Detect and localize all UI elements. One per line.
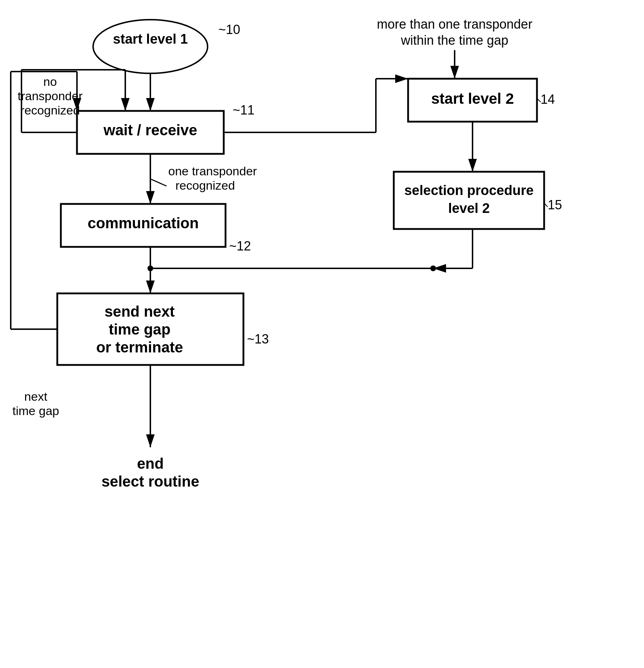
svg-text:start level 1: start level 1 (113, 31, 188, 47)
svg-text:select routine: select routine (101, 473, 199, 490)
svg-text:recognized: recognized (175, 179, 235, 192)
svg-text:~13: ~13 (247, 332, 269, 346)
svg-text:15: 15 (548, 198, 562, 212)
svg-text:or terminate: or terminate (96, 339, 183, 356)
svg-text:time gap: time gap (13, 404, 59, 418)
svg-text:wait / receive: wait / receive (103, 122, 197, 138)
svg-line-16 (150, 179, 166, 186)
svg-text:send next: send next (105, 303, 175, 320)
svg-text:communication: communication (88, 215, 199, 231)
svg-rect-51 (394, 172, 544, 229)
svg-text:one transponder: one transponder (168, 164, 257, 178)
svg-text:14: 14 (541, 92, 555, 107)
svg-text:next: next (24, 390, 48, 403)
svg-text:~12: ~12 (229, 239, 251, 253)
svg-text:time gap: time gap (109, 321, 171, 338)
svg-text:recognized: recognized (20, 103, 80, 117)
svg-text:within the time gap: within the time gap (401, 33, 508, 48)
svg-text:start level 2: start level 2 (431, 90, 514, 107)
svg-text:more than one transponder: more than one transponder (377, 17, 532, 31)
svg-text:no: no (43, 75, 57, 88)
svg-point-0 (93, 20, 208, 73)
svg-text:end: end (137, 455, 164, 472)
svg-text:selection procedure: selection procedure (404, 183, 533, 198)
svg-text:level 2: level 2 (448, 201, 490, 216)
flowchart-diagram: start level 1 ~10 wait / receive ~11 no … (0, 0, 644, 668)
svg-text:~11: ~11 (233, 103, 255, 117)
svg-text:transponder: transponder (18, 89, 82, 103)
svg-text:~10: ~10 (218, 22, 240, 37)
